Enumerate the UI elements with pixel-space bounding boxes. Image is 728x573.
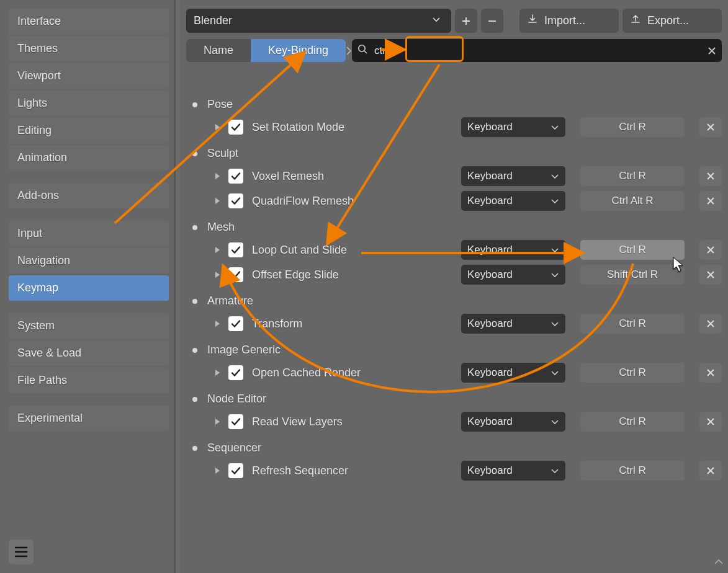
sidebar: InterfaceThemesViewportLightsEditingAnim…	[0, 0, 174, 573]
keybinding-button[interactable]: Ctrl R	[580, 461, 685, 481]
keybinding-button[interactable]: Ctrl R	[580, 363, 685, 383]
sidebar-item-addons[interactable]: Add-ons	[9, 183, 169, 208]
enable-checkbox[interactable]	[228, 463, 243, 478]
sidebar-item-input[interactable]: Input	[9, 221, 169, 246]
enable-checkbox[interactable]	[228, 120, 243, 135]
input-method-dropdown[interactable]: Keyboard	[461, 461, 565, 481]
keymap-category: Node Editor	[186, 389, 722, 409]
sidebar-item-animation[interactable]: Animation	[9, 145, 169, 171]
keybinding-button[interactable]: Ctrl R	[580, 166, 685, 186]
keybinding-button[interactable]: Shift Ctrl R	[580, 265, 685, 285]
export-button[interactable]: Export...	[622, 9, 722, 33]
remove-entry-button[interactable]	[699, 314, 722, 334]
input-method-dropdown[interactable]: Keyboard	[461, 363, 565, 383]
disclosure-triangle[interactable]	[213, 246, 222, 254]
enable-checkbox[interactable]	[228, 169, 243, 184]
keybinding-button[interactable]: Ctrl R	[580, 240, 685, 260]
keybinding-button[interactable]: Ctrl R	[580, 117, 685, 137]
search-mode-name-label: Name	[204, 44, 233, 57]
input-method-dropdown[interactable]: Keyboard	[461, 166, 565, 186]
disclosure-triangle[interactable]	[213, 172, 222, 180]
sidebar-item-interface[interactable]: Interface	[9, 9, 169, 34]
disclosure-triangle[interactable]	[213, 369, 222, 376]
keymap-entry: Open Cached RenderKeyboardCtrl R	[186, 360, 722, 385]
method-label: Keyboard	[467, 464, 513, 477]
sidebar-item-experimental[interactable]: Experimental	[9, 406, 169, 431]
sidebar-item-label: Experimental	[17, 412, 83, 424]
method-label: Keyboard	[467, 415, 513, 428]
disclosure-triangle[interactable]	[213, 320, 222, 327]
keymap-entry: QuadriFlow RemeshKeyboardCtrl Alt R	[186, 189, 722, 213]
remove-entry-button[interactable]	[699, 461, 722, 481]
search-input[interactable]	[374, 40, 701, 62]
keymap-entry: Read View LayersKeyboardCtrl R	[186, 409, 722, 434]
disclosure-triangle[interactable]	[213, 123, 222, 131]
keybinding-button[interactable]: Ctrl R	[580, 412, 685, 432]
input-method-dropdown[interactable]: Keyboard	[461, 240, 565, 260]
keybinding-button[interactable]: Ctrl R	[580, 314, 685, 334]
sidebar-item-navigation[interactable]: Navigation	[9, 248, 169, 273]
remove-entry-button[interactable]	[699, 363, 722, 383]
close-icon	[706, 123, 715, 131]
enable-checkbox[interactable]	[228, 193, 243, 208]
preset-remove-button[interactable]	[481, 9, 503, 33]
remove-entry-button[interactable]	[699, 265, 722, 285]
search-mode-keybinding[interactable]: Key-Binding	[251, 39, 346, 62]
enable-checkbox[interactable]	[228, 316, 243, 331]
import-button[interactable]: Import...	[519, 9, 619, 33]
input-method-dropdown[interactable]: Keyboard	[461, 117, 565, 137]
remove-entry-button[interactable]	[699, 240, 722, 260]
bullet-icon	[192, 446, 197, 451]
keymap-category: Pose	[186, 94, 722, 115]
keymap-category: Sequencer	[186, 438, 722, 458]
search-clear-button[interactable]	[707, 46, 717, 56]
bullet-icon	[192, 348, 197, 353]
panel-separator	[174, 0, 180, 573]
entry-label: Open Cached Render	[249, 366, 455, 380]
sidebar-item-saveload[interactable]: Save & Load	[9, 340, 169, 366]
keymap-entry: Set Rotation ModeKeyboardCtrl R	[186, 115, 722, 140]
method-label: Keyboard	[467, 121, 513, 133]
check-icon	[231, 270, 241, 280]
triangle-right-icon	[213, 369, 221, 376]
input-method-dropdown[interactable]: Keyboard	[461, 265, 565, 285]
enable-checkbox[interactable]	[228, 414, 243, 429]
sidebar-item-editing[interactable]: Editing	[9, 118, 169, 143]
sidebar-item-viewport[interactable]: Viewport	[9, 63, 169, 89]
hamburger-button[interactable]	[9, 540, 34, 564]
entry-label: Loop Cut and Slide	[249, 244, 455, 257]
remove-entry-button[interactable]	[699, 412, 722, 432]
input-method-dropdown[interactable]: Keyboard	[461, 412, 565, 432]
keybinding-button[interactable]: Ctrl Alt R	[580, 191, 685, 211]
sidebar-item-lights[interactable]: Lights	[9, 91, 169, 116]
preset-add-button[interactable]	[455, 9, 477, 33]
remove-entry-button[interactable]	[699, 191, 722, 211]
keymap-preset-dropdown[interactable]: Blender	[186, 9, 451, 33]
sidebar-item-label: Themes	[17, 42, 58, 55]
enable-checkbox[interactable]	[228, 242, 243, 257]
main-panel: Blender Import...	[180, 0, 728, 573]
close-icon	[706, 270, 715, 279]
collapse-icon[interactable]	[713, 556, 724, 571]
entry-label: QuadriFlow Remesh	[249, 195, 455, 208]
check-icon	[231, 245, 241, 255]
sidebar-item-keymap[interactable]: Keymap	[9, 275, 169, 301]
disclosure-triangle[interactable]	[213, 467, 222, 474]
enable-checkbox[interactable]	[228, 365, 243, 380]
disclosure-triangle[interactable]	[213, 197, 222, 205]
enable-checkbox[interactable]	[228, 267, 243, 282]
disclosure-triangle[interactable]	[213, 271, 222, 278]
remove-entry-button[interactable]	[699, 117, 722, 137]
category-label: Sequencer	[207, 442, 261, 455]
sidebar-item-filepaths[interactable]: File Paths	[9, 368, 169, 393]
sidebar-item-label: Input	[17, 227, 42, 239]
sidebar-item-themes[interactable]: Themes	[9, 36, 169, 61]
category-label: Mesh	[207, 221, 235, 234]
keymap-entry: Offset Edge SlideKeyboardShift Ctrl R	[186, 262, 722, 287]
remove-entry-button[interactable]	[699, 166, 722, 186]
disclosure-triangle[interactable]	[213, 418, 222, 425]
input-method-dropdown[interactable]: Keyboard	[461, 314, 565, 334]
search-mode-name[interactable]: Name	[186, 39, 251, 62]
input-method-dropdown[interactable]: Keyboard	[461, 191, 565, 211]
sidebar-item-system[interactable]: System	[9, 313, 169, 339]
